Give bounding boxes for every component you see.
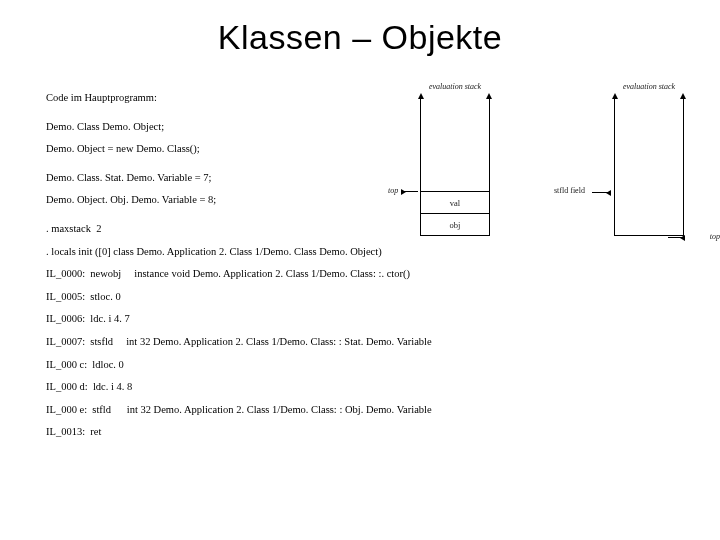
arrow-left-icon [668,237,684,238]
il-line: IL_000 e: stfld int 32 Demo. Application… [46,404,432,417]
il-line: IL_0000: newobj instance void Demo. Appl… [46,268,432,281]
il-line: IL_0005: stloc. 0 [46,291,432,304]
arrow-up-icon [612,93,618,99]
code-block: Code im Hauptprogramm: Demo. Class Demo.… [46,92,432,449]
il-line: IL_000 d: ldc. i 4. 8 [46,381,432,394]
eval-stack-label: evaluation stack [623,82,675,91]
stack-left: evaluation stack val obj top [390,86,520,236]
stack-u-shape [614,98,684,236]
source-line: Demo. Class. Stat. Demo. Variable = 7; [46,172,432,185]
il-line: IL_0006: ldc. i 4. 7 [46,313,432,326]
arrow-up-icon [418,93,424,99]
eval-stack-label: evaluation stack [429,82,481,91]
arrow-left-icon [592,192,610,193]
top-label: top [388,186,398,195]
source-line: Demo. Object = new Demo. Class(); [46,143,432,156]
il-line: IL_0013: ret [46,426,432,439]
il-line: . maxstack 2 [46,223,432,236]
arrow-up-icon [486,93,492,99]
source-line: Demo. Class Demo. Object; [46,121,432,134]
arrow-right-icon [402,191,418,192]
stack-right: evaluation stack stfld field top [584,86,714,236]
stack-cell-obj: obj [421,213,489,235]
arrow-up-icon [680,93,686,99]
source-line: Demo. Object. Obj. Demo. Variable = 8; [46,194,432,207]
top-label: top [710,232,720,241]
il-line: . locals init ([0] class Demo. Applicati… [46,246,432,259]
stack-u-shape: val obj [420,98,490,236]
stack-cell-val: val [421,191,489,213]
page-title: Klassen – Objekte [0,18,720,57]
code-heading: Code im Hauptprogramm: [46,92,432,105]
stfld-label: stfld field [554,186,585,195]
stack-diagrams: evaluation stack val obj top evaluation … [390,86,714,236]
il-line: IL_000 c: ldloc. 0 [46,359,432,372]
il-line: IL_0007: stsfld int 32 Demo. Application… [46,336,432,349]
